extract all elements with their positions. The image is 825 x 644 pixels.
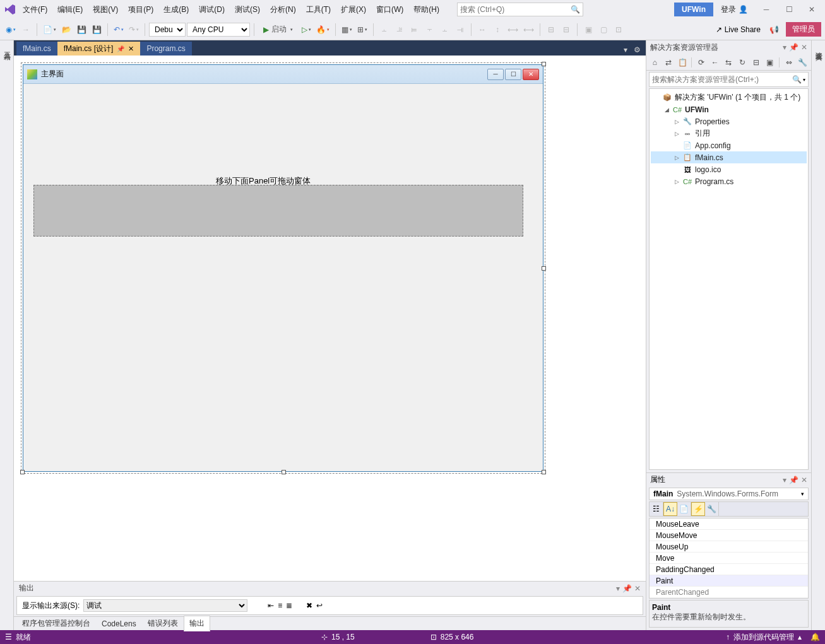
diagnostics-tab[interactable]: 诊断工具	[813, 43, 825, 630]
config-dropdown[interactable]: Debug	[149, 23, 186, 37]
panel-close-icon[interactable]: ✕	[634, 584, 641, 593]
event-move[interactable]: Move	[650, 553, 808, 564]
panel-dropdown-icon[interactable]: ▾	[783, 43, 786, 52]
toolbox-tab[interactable]: 工具箱	[1, 43, 13, 630]
live-share-button[interactable]: ↗Live Share	[711, 25, 766, 34]
output-wrap-icon[interactable]: ↩	[316, 601, 323, 610]
tree-references[interactable]: ▷▫▫引用	[651, 127, 807, 139]
show-all-icon[interactable]: ▣	[764, 56, 776, 69]
events-icon[interactable]: ⚡	[691, 502, 705, 516]
properties-object-selector[interactable]: fMain System.Windows.Forms.Form ▾	[649, 488, 809, 500]
btab-errorlist[interactable]: 错误列表	[142, 616, 184, 631]
solution-tree[interactable]: 📦解决方案 'UFWin' (1 个项目，共 1 个) ◢C#UFWin ▷🔧P…	[649, 88, 809, 470]
alphabetical-icon[interactable]: A↓	[663, 502, 677, 516]
panel-dropdown-icon[interactable]: ▾	[616, 584, 620, 593]
quick-search[interactable]: 🔍	[457, 3, 583, 16]
property-pages-icon[interactable]: 🔧	[705, 502, 719, 516]
solution-explorer-header[interactable]: 解决方案资源管理器 ▾📌✕	[646, 40, 811, 54]
menu-view[interactable]: 视图(V)	[88, 2, 123, 18]
pending-changes-icon[interactable]: 📋	[677, 56, 689, 69]
panel-pin-icon[interactable]: 📌	[789, 476, 798, 484]
layout-grid-button[interactable]: ▦▾	[340, 22, 354, 37]
event-mouseup[interactable]: MouseUp	[650, 541, 808, 553]
close-tab-icon[interactable]: ✕	[128, 45, 134, 53]
properties-icon[interactable]: 📄	[677, 502, 691, 516]
menu-window[interactable]: 窗口(W)	[371, 2, 408, 18]
categorized-icon[interactable]: ☷	[650, 502, 663, 516]
tree-solution-root[interactable]: 📦解决方案 'UFWin' (1 个项目，共 1 个)	[651, 91, 807, 103]
sb-source-control[interactable]: ↑ 添加到源代码管理 ▴	[726, 632, 802, 643]
btab-codelens[interactable]: CodeLens	[96, 617, 142, 631]
switch-views-icon[interactable]: ⇄	[663, 56, 675, 69]
menu-help[interactable]: 帮助(H)	[408, 2, 444, 18]
view-code-icon[interactable]: ⇔	[783, 56, 795, 69]
form-body[interactable]: 移动下面Panel可拖动窗体	[23, 84, 543, 471]
home-icon[interactable]: ⌂	[649, 56, 661, 69]
btab-output[interactable]: 输出	[184, 616, 210, 631]
tree-logo-ico[interactable]: 🖼logo.ico	[651, 163, 807, 175]
tab-program[interactable]: Program.cs	[140, 42, 191, 56]
maximize-button[interactable]: ☐	[778, 2, 800, 17]
start-button[interactable]: ▶启动▾	[258, 22, 298, 37]
tab-settings-icon[interactable]: ⚙	[631, 44, 643, 56]
properties-icon[interactable]: 🔧	[797, 56, 809, 69]
event-paddingchanged[interactable]: PaddingChanged	[650, 564, 808, 575]
close-button[interactable]: ✕	[801, 2, 822, 17]
solution-search-input[interactable]	[652, 75, 792, 84]
panel-close-icon[interactable]: ✕	[801, 43, 807, 52]
resize-handle-sw[interactable]	[20, 470, 25, 474]
menu-file[interactable]: 文件(F)	[18, 2, 52, 18]
menu-project[interactable]: 项目(P)	[123, 2, 158, 18]
solution-search[interactable]: 🔍▾	[649, 72, 809, 87]
resize-handle-s[interactable]	[282, 470, 286, 474]
collapse-back-icon[interactable]: ←	[709, 56, 721, 69]
output-header[interactable]: 输出 ▾ 📌 ✕	[14, 582, 646, 595]
open-button[interactable]: 📂	[59, 22, 73, 37]
properties-grid[interactable]: MouseLeave MouseMove MouseUp Move Paddin…	[649, 518, 809, 599]
menu-extensions[interactable]: 扩展(X)	[336, 2, 371, 18]
tree-project[interactable]: ◢C#UFWin	[651, 103, 807, 115]
event-mousemove[interactable]: MouseMove	[650, 530, 808, 541]
datasources-tab[interactable]: 数据源	[0, 43, 1, 630]
sync-icon[interactable]: ⟳	[695, 56, 707, 69]
resize-handle-se[interactable]	[542, 470, 546, 474]
menu-tools[interactable]: 工具(T)	[301, 2, 336, 18]
layout-snap-button[interactable]: ⊞▾	[355, 22, 369, 37]
menu-edit[interactable]: 编辑(E)	[52, 2, 88, 18]
tree-appconfig[interactable]: 📄App.config	[651, 139, 807, 151]
resize-handle-e[interactable]	[542, 266, 546, 271]
btab-pkgmgr[interactable]: 程序包管理器控制台	[16, 616, 96, 631]
event-parentchanged[interactable]: ParentChanged	[650, 587, 808, 598]
designer-surface[interactable]: 主界面 ─ ☐ ✕ 移动下面Panel可拖动窗体	[14, 56, 646, 581]
collapse-fwd-icon[interactable]: ⇆	[723, 56, 735, 69]
undo-button[interactable]: ↶▾	[112, 22, 126, 37]
panel-pin-icon[interactable]: 📌	[789, 43, 798, 52]
designer-panel[interactable]	[33, 185, 523, 237]
chevron-down-icon[interactable]: ▾	[803, 77, 805, 83]
chevron-down-icon[interactable]: ▾	[801, 491, 804, 497]
collapse-all-icon[interactable]: ⊟	[751, 56, 763, 69]
save-button[interactable]: 💾	[74, 22, 88, 37]
menu-analyze[interactable]: 分析(N)	[265, 2, 301, 18]
refresh-icon[interactable]: ↻	[737, 56, 749, 69]
event-mouseleave[interactable]: MouseLeave	[650, 518, 808, 530]
properties-header[interactable]: 属性 ▾📌✕	[646, 473, 811, 486]
panel-dropdown-icon[interactable]: ▾	[783, 476, 786, 484]
panel-pin-icon[interactable]: 📌	[622, 584, 632, 593]
new-item-button[interactable]: 📄▾	[41, 22, 58, 37]
platform-dropdown[interactable]: Any CPU	[187, 23, 250, 37]
nav-back-button[interactable]: ◉▾	[4, 22, 18, 37]
tab-fmain-code[interactable]: fMain.cs	[16, 42, 57, 56]
login-button[interactable]: 登录👤	[715, 2, 754, 18]
save-all-button[interactable]: 💾	[90, 22, 104, 37]
panel-close-icon[interactable]: ✕	[801, 476, 807, 484]
tab-dropdown-icon[interactable]: ▾	[621, 44, 630, 56]
start-without-debug-button[interactable]: ▷▾	[299, 22, 313, 37]
minimize-button[interactable]: ─	[756, 2, 777, 17]
pin-icon[interactable]: 📌	[117, 45, 124, 52]
tree-fmain-cs[interactable]: ▷📋fMain.cs	[651, 151, 807, 163]
menu-build[interactable]: 生成(B)	[158, 2, 194, 18]
notifications-icon[interactable]: 🔔	[810, 633, 820, 641]
resize-handle-ne[interactable]	[542, 62, 546, 66]
hot-reload-button[interactable]: 🔥▾	[314, 22, 331, 37]
